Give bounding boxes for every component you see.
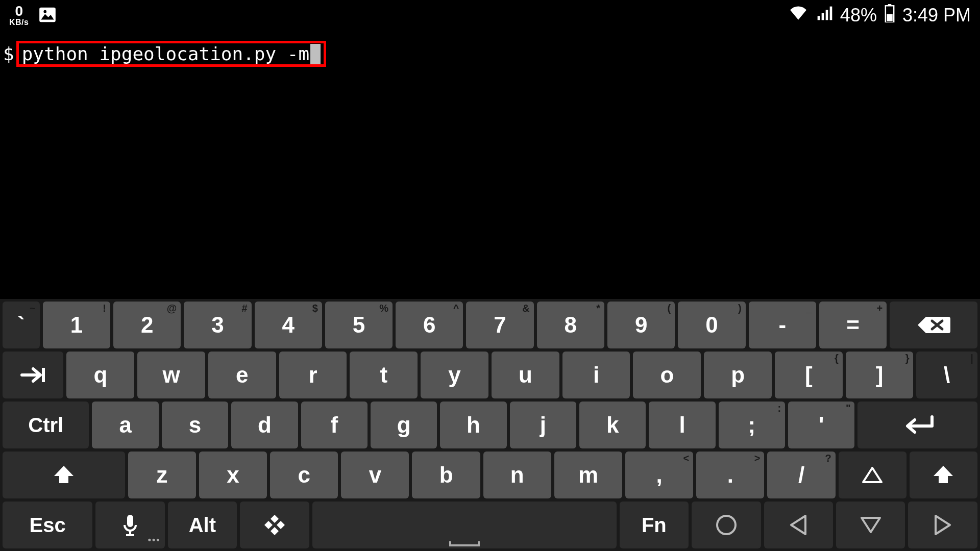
key-tab[interactable] (3, 352, 63, 398)
svg-rect-10 (127, 515, 133, 527)
key-slash[interactable]: /? (767, 452, 835, 498)
key-y[interactable]: y (421, 352, 488, 398)
key-backtick[interactable]: ` ~ (3, 302, 40, 348)
key-l[interactable]: l (649, 402, 715, 448)
svg-point-1 (44, 10, 47, 13)
status-bar: 0 KB/s 48% 3:49 PM (0, 0, 980, 31)
key-d[interactable]: d (231, 402, 298, 448)
key-voice-input[interactable]: ••• (95, 502, 164, 548)
key-g[interactable]: g (371, 402, 437, 448)
key-ctrl[interactable]: Ctrl (3, 402, 89, 448)
triangle-right-icon (933, 514, 953, 536)
key-7[interactable]: 7& (466, 302, 533, 348)
triangle-left-icon (788, 514, 808, 536)
tab-icon (18, 365, 48, 385)
key-arrow-left[interactable] (764, 502, 833, 548)
key-comma[interactable]: ,< (625, 452, 693, 498)
key-esc[interactable]: Esc (3, 502, 92, 548)
svg-rect-3 (822, 13, 824, 20)
key-alt[interactable]: Alt (168, 502, 237, 548)
key-k[interactable]: k (579, 402, 646, 448)
key-f[interactable]: f (301, 402, 368, 448)
command-highlight-box: python ipgeolocation.py -m (16, 41, 327, 67)
key-h[interactable]: h (440, 402, 506, 448)
svg-rect-5 (830, 7, 832, 20)
key-quote[interactable]: '" (788, 402, 854, 448)
key-enter[interactable] (857, 402, 977, 448)
key-r[interactable]: r (279, 352, 347, 398)
key-1[interactable]: 1! (43, 302, 110, 348)
battery-percent-text: 48% (840, 5, 877, 26)
key-arrow-down[interactable] (836, 502, 905, 548)
terminal-prompt: $ (3, 43, 14, 64)
key-b[interactable]: b (412, 452, 480, 498)
key-j[interactable]: j (510, 402, 576, 448)
key-home[interactable] (692, 502, 761, 548)
svg-point-13 (717, 516, 736, 534)
svg-rect-8 (887, 14, 892, 21)
key-z[interactable]: z (128, 452, 196, 498)
clock-text: 3:49 PM (902, 5, 971, 26)
keyboard-row-5: Esc ••• Alt Fn (3, 502, 977, 548)
key-equals[interactable]: =+ (819, 302, 887, 348)
key-p[interactable]: p (704, 352, 772, 398)
keyboard-row-3: Ctrl a s d f g h j k l ;: '" (3, 402, 977, 448)
key-2[interactable]: 2@ (113, 302, 181, 348)
key-t[interactable]: t (350, 352, 418, 398)
key-shift-left[interactable] (3, 452, 125, 498)
key-minus[interactable]: -_ (749, 302, 816, 348)
key-meta[interactable] (240, 502, 309, 548)
key-4[interactable]: 4$ (255, 302, 322, 348)
status-right: 48% 3:49 PM (788, 4, 971, 27)
key-arrow-up[interactable] (839, 452, 906, 498)
terminal-command[interactable]: python ipgeolocation.py -m (22, 43, 310, 64)
key-x[interactable]: x (199, 452, 267, 498)
keyboard-row-4: z x c v b n m ,< .> /? (3, 452, 977, 498)
key-o[interactable]: o (633, 352, 701, 398)
key-space[interactable] (312, 502, 617, 548)
enter-icon (897, 414, 938, 436)
key-backspace[interactable] (890, 302, 977, 348)
voice-menu-dots-icon: ••• (148, 535, 161, 545)
key-arrow-right[interactable] (908, 502, 977, 548)
key-6[interactable]: 6^ (396, 302, 463, 348)
key-c[interactable]: c (270, 452, 338, 498)
terminal-cursor (310, 44, 321, 64)
key-fn[interactable]: Fn (620, 502, 689, 548)
svg-rect-4 (826, 10, 828, 20)
key-8[interactable]: 8* (537, 302, 604, 348)
key-0[interactable]: 0) (678, 302, 745, 348)
key-s[interactable]: s (162, 402, 228, 448)
keyboard-row-1: ` ~ 1! 2@ 3# 4$ 5% 6^ 7& 8* 9( 0) -_ =+ (3, 302, 977, 348)
key-9[interactable]: 9( (607, 302, 675, 348)
terminal[interactable]: $ python ipgeolocation.py -m (3, 41, 977, 67)
network-speed-value: 0 (9, 4, 29, 18)
on-screen-keyboard: ` ~ 1! 2@ 3# 4$ 5% 6^ 7& 8* 9( 0) -_ =+ … (0, 299, 980, 551)
key-i[interactable]: i (562, 352, 630, 398)
key-period[interactable]: .> (696, 452, 764, 498)
svg-rect-0 (40, 8, 56, 22)
key-q[interactable]: q (66, 352, 134, 398)
network-speed-unit: KB/s (9, 18, 29, 27)
key-semicolon[interactable]: ;: (719, 402, 785, 448)
key-n[interactable]: n (483, 452, 551, 498)
key-v[interactable]: v (341, 452, 409, 498)
svg-rect-2 (818, 16, 820, 20)
key-e[interactable]: e (208, 352, 276, 398)
key-5[interactable]: 5% (325, 302, 393, 348)
shift-icon (51, 464, 77, 486)
key-w[interactable]: w (137, 352, 205, 398)
key-m[interactable]: m (554, 452, 622, 498)
space-handle-icon (449, 541, 480, 546)
diamonds-icon (262, 513, 287, 537)
shift-icon (930, 464, 956, 486)
key-right-bracket[interactable]: ]} (846, 352, 914, 398)
triangle-up-icon (861, 465, 884, 485)
key-shift-right[interactable] (910, 452, 977, 498)
key-u[interactable]: u (492, 352, 559, 398)
microphone-icon (121, 513, 139, 537)
key-backslash[interactable]: \| (916, 352, 977, 398)
key-left-bracket[interactable]: [{ (775, 352, 843, 398)
key-3[interactable]: 3# (184, 302, 251, 348)
key-a[interactable]: a (92, 402, 158, 448)
